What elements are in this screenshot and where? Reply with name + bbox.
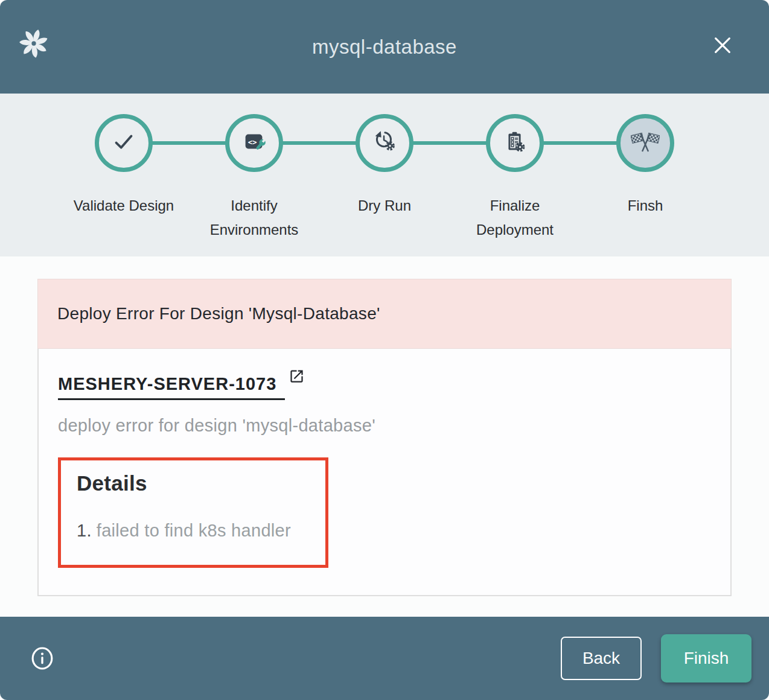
details-list-item: 1.failed to find k8s handler	[77, 521, 310, 541]
svg-text:<>: <>	[248, 138, 257, 147]
details-title: Details	[77, 471, 310, 495]
step-circle-identify: <>	[225, 114, 283, 172]
step-label: Finsh	[628, 194, 663, 218]
step-label: Identify Environments	[194, 194, 314, 242]
deployment-stepper: Validate Design <>	[0, 94, 769, 256]
step-circle-dry-run	[356, 114, 413, 172]
step-finish: Finsh	[580, 114, 710, 242]
error-banner: Deploy Error For Design 'Mysql-Database'	[37, 279, 732, 349]
step-validate-design: Validate Design	[59, 114, 189, 242]
error-code-link[interactable]: MESHERY-SERVER-1073	[58, 374, 285, 400]
check-icon	[110, 128, 138, 158]
dialog-footer: Back Finish	[0, 617, 769, 700]
step-circle-finish	[616, 114, 674, 172]
step-finalize-deployment: Finalize Deployment	[450, 114, 580, 242]
details-highlight-box: Details 1.failed to find k8s handler	[58, 457, 328, 568]
step-label: Validate Design	[74, 194, 174, 218]
back-button[interactable]: Back	[561, 637, 642, 680]
step-circle-finalize	[486, 114, 544, 172]
dry-run-icon	[371, 128, 398, 158]
step-dry-run: Dry Run	[319, 114, 450, 242]
dialog-content: Deploy Error For Design 'Mysql-Database'…	[0, 256, 769, 617]
details-item-text: failed to find k8s handler	[97, 521, 291, 540]
step-label: Dry Run	[358, 194, 411, 218]
finish-button[interactable]: Finish	[661, 634, 751, 682]
details-item-number: 1.	[77, 521, 92, 540]
step-identify-environments: <> Identify Environments	[189, 114, 319, 242]
deploy-dialog: mysql-database Validate Design	[0, 0, 769, 700]
dialog-title: mysql-database	[312, 36, 457, 59]
launch-icon[interactable]	[289, 368, 305, 387]
code-config-icon: <>	[240, 128, 268, 158]
error-summary: deploy error for design 'mysql-database'	[58, 416, 711, 436]
meshery-logo-icon	[18, 28, 49, 59]
close-icon[interactable]	[710, 33, 735, 58]
error-detail-panel: MESHERY-SERVER-1073 deploy error for des…	[37, 349, 732, 596]
step-circle-validate	[95, 114, 153, 172]
dialog-header: mysql-database	[0, 0, 769, 94]
error-banner-title: Deploy Error For Design 'Mysql-Database'	[57, 304, 380, 323]
info-icon[interactable]	[30, 645, 54, 672]
step-label: Finalize Deployment	[455, 194, 575, 242]
checkered-flags-icon	[631, 127, 660, 159]
clipboard-gear-icon	[501, 128, 529, 158]
